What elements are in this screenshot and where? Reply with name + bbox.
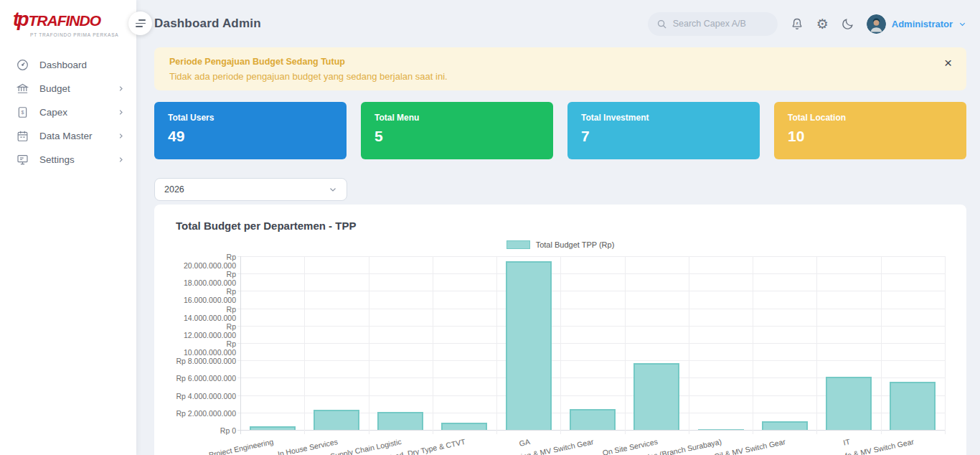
logo-monogram: tp xyxy=(13,9,27,31)
stat-label: Total Investment xyxy=(581,113,746,123)
stat-card-total-investment: Total Investment7 xyxy=(567,102,760,159)
banner-close-icon[interactable]: × xyxy=(940,54,956,72)
y-axis-tick-label: Rp 10.000.000.000 xyxy=(176,339,236,357)
sidebar-item-budget[interactable]: Budget xyxy=(0,77,136,100)
search-box[interactable] xyxy=(648,12,778,36)
sidebar-nav: DashboardBudget$CapexData MasterSettings xyxy=(0,43,136,172)
chart-area: Rp 20.000.000.000Rp 18.000.000.000Rp 16.… xyxy=(176,256,945,455)
gauge-icon xyxy=(16,58,29,72)
sidebar-toggle-button[interactable] xyxy=(128,11,152,35)
document-icon: $ xyxy=(16,105,29,119)
bar-engineering-mv-switch-gear[interactable] xyxy=(570,409,616,430)
stat-value: 7 xyxy=(581,128,746,145)
y-axis-tick-label: Rp 6.000.000.000 xyxy=(176,374,236,383)
app-root: tp TRAFINDO PT TRAFOINDO PRIMA PERKASA D… xyxy=(0,0,980,455)
svg-text:$: $ xyxy=(22,110,24,116)
search-input[interactable] xyxy=(673,19,769,29)
gridline-horizontal xyxy=(237,291,945,291)
search-icon xyxy=(656,19,667,29)
chevron-right-icon xyxy=(117,85,125,93)
logo-caption: PT TRAFOINDO PRIMA PERKASA xyxy=(30,32,131,37)
gridline-vertical xyxy=(945,256,946,434)
y-axis-tick-label: Rp 12.000.000.000 xyxy=(176,322,236,339)
gridline-vertical xyxy=(496,256,497,434)
gridline-horizontal xyxy=(237,309,945,309)
gridline-horizontal xyxy=(237,360,945,361)
y-axis-tick-label: Rp 8.000.000.000 xyxy=(176,357,236,365)
chart-plot xyxy=(240,256,945,430)
gridline-vertical xyxy=(753,256,753,434)
sidebar-item-label: Dashboard xyxy=(39,60,87,70)
monitor-icon xyxy=(16,153,29,166)
stat-label: Total Users xyxy=(168,113,333,123)
stat-card-total-location: Total Location10 xyxy=(774,102,966,159)
sidebar-item-label: Budget xyxy=(39,83,70,94)
chart-legend[interactable]: Total Budget TPP (Rp) xyxy=(176,240,945,250)
svg-text:z: z xyxy=(796,20,798,25)
bar-prod-dry-type-ctvt[interactable] xyxy=(441,423,487,430)
chevron-down-icon xyxy=(958,20,966,28)
main-content: Dashboard Admin z ⚙ xyxy=(136,0,980,455)
settings-gear-icon[interactable]: ⚙ xyxy=(816,17,829,31)
gridline-vertical xyxy=(881,256,882,434)
bar-sales-branch-surabaya-[interactable] xyxy=(698,429,744,430)
bar-in-house-services[interactable] xyxy=(314,410,359,430)
hamburger-icon xyxy=(136,19,146,27)
gridline-vertical xyxy=(433,256,433,434)
bar-prod-trafo-oil-mv-switch-gear[interactable] xyxy=(762,421,808,430)
stat-value: 10 xyxy=(788,128,953,145)
company-logo: tp TRAFINDO PT TRAFOINDO PRIMA PERKASA xyxy=(0,0,136,43)
chevron-right-icon xyxy=(117,132,125,140)
sidebar-item-label: Capex xyxy=(39,107,67,118)
y-axis-tick-label: Rp 16.000.000.000 xyxy=(176,287,236,304)
legend-swatch xyxy=(507,240,530,249)
budget-chart-card: Total Budget per Departemen - TPP Total … xyxy=(154,205,966,455)
gridline-vertical xyxy=(625,256,626,434)
bar-it[interactable] xyxy=(826,377,872,430)
chart-title: Total Budget per Departemen - TPP xyxy=(176,220,945,232)
year-select-value: 2026 xyxy=(164,184,184,194)
sidebar-item-capex[interactable]: $Capex xyxy=(0,100,136,124)
stat-card-total-menu: Total Menu5 xyxy=(361,102,553,159)
chevron-right-icon xyxy=(117,156,125,164)
y-axis-tick-label: Rp 14.000.000.000 xyxy=(176,305,236,322)
y-axis-tick-label: Rp 0 xyxy=(176,426,236,435)
stats-row: Total Users49Total Menu5Total Investment… xyxy=(154,102,966,159)
gridline-vertical xyxy=(689,256,689,434)
gridline-horizontal xyxy=(237,343,945,344)
bar-project-engineering[interactable] xyxy=(250,426,296,430)
y-axis-tick-label: Rp 20.000.000.000 xyxy=(176,253,236,270)
gridline-horizontal xyxy=(237,430,945,431)
bar-ga[interactable] xyxy=(506,261,552,430)
gridline-vertical xyxy=(369,256,369,434)
stat-label: Total Location xyxy=(788,113,953,123)
user-menu[interactable]: Administrator xyxy=(867,14,966,34)
dark-mode-moon-icon[interactable] xyxy=(841,17,854,31)
period-closed-banner: Periode Pengajuan Budget Sedang Tutup Ti… xyxy=(154,47,966,90)
y-axis-tick-label: Rp 18.000.000.000 xyxy=(176,270,236,287)
sidebar: tp TRAFINDO PT TRAFOINDO PRIMA PERKASA D… xyxy=(0,0,136,455)
sidebar-item-dashboard[interactable]: Dashboard xyxy=(0,53,136,77)
notification-snooze-bell-icon[interactable]: z xyxy=(790,17,804,31)
bar-on-site-services[interactable] xyxy=(633,363,679,430)
y-axis-tick-label: Rp 4.000.000.000 xyxy=(176,392,236,400)
bar-qc-trafo-mv-switch-gear[interactable] xyxy=(890,382,936,430)
gridline-vertical xyxy=(816,256,817,434)
sidebar-item-data-master[interactable]: Data Master xyxy=(0,124,136,148)
banner-title: Periode Pengajuan Budget Sedang Tutup xyxy=(169,57,933,67)
stat-value: 5 xyxy=(374,128,540,145)
gridline-horizontal xyxy=(237,326,945,327)
sidebar-item-settings[interactable]: Settings xyxy=(0,148,136,172)
stat-label: Total Menu xyxy=(374,113,540,123)
gridline-vertical xyxy=(240,256,241,434)
sidebar-item-label: Data Master xyxy=(39,131,93,141)
year-select[interactable]: 2026 xyxy=(154,178,347,201)
header: Dashboard Admin z ⚙ xyxy=(154,0,966,47)
bank-icon xyxy=(16,82,29,95)
banner-message: Tidak ada periode pengajuan budget yang … xyxy=(169,71,933,82)
chevron-down-icon xyxy=(329,185,337,194)
avatar xyxy=(867,14,886,34)
legend-label: Total Budget TPP (Rp) xyxy=(536,240,615,249)
bar-supply-chain-logistic[interactable] xyxy=(377,412,423,430)
sidebar-item-label: Settings xyxy=(39,154,75,165)
